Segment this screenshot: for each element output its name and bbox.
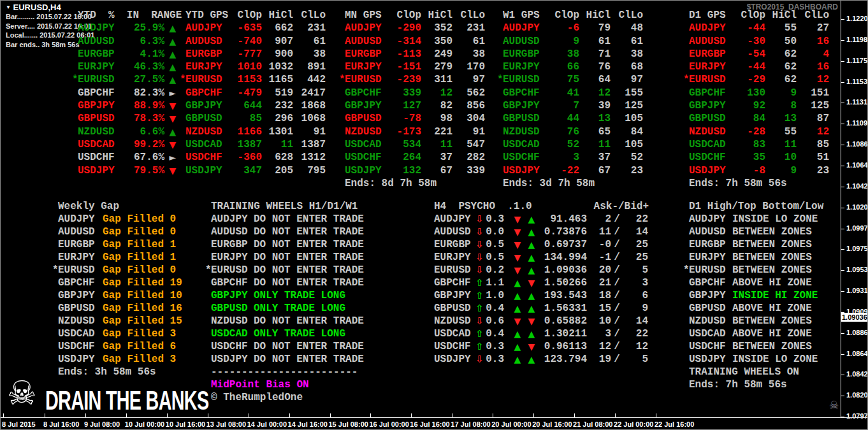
pair-name: GBPCHF: [345, 87, 385, 99]
row-GBPCHF: GBPCHF⇧1.1▲▼1.5026621/3: [434, 276, 649, 289]
chevron-down-icon[interactable]: ▼: [6, 4, 11, 10]
pair-name: AUDUSD: [434, 226, 474, 238]
row-AUDJPY: AUDJPY⇩0.3▼▲91.4632/22: [434, 213, 649, 226]
hicl-value: 352: [421, 22, 452, 34]
zone-status: BETWEEN ZONES: [729, 226, 834, 238]
time-axis-line: [1, 417, 867, 418]
pair-name: GBPUSD: [434, 302, 474, 315]
price-label: 1.09975: [846, 224, 868, 232]
gap-status: Gap Filled 0: [98, 213, 192, 226]
star-marker: [683, 238, 689, 251]
zone-status: BETWEEN ZONES: [729, 340, 834, 353]
row-GBPUSD: GBPUSD78.3%▼: [72, 112, 182, 125]
mn-gps-table: MN GPSClOpHiClClLoAUDJPY-290352231AUDUSD…: [339, 9, 485, 190]
cllo-value: 38: [452, 48, 485, 61]
time-tick: [330, 413, 331, 417]
pair-name: GBPUSD: [345, 112, 385, 125]
pair-name: NZDUSD: [689, 315, 729, 327]
zone-status: ABOVE HI ZONE: [729, 302, 834, 315]
pair-name: EURUSD: [58, 264, 98, 276]
ask-value: 19: [587, 353, 611, 366]
star-marker: [205, 213, 211, 226]
range-percent: 78.3%: [133, 112, 164, 125]
down-arrow-icon: ▼: [510, 213, 524, 226]
price-value: 91.463: [539, 213, 587, 226]
clop-value: 52: [543, 138, 579, 151]
pair-name: EURGBP: [503, 48, 543, 61]
up-arrow-icon: ▲: [524, 238, 539, 251]
price-axis-line: [841, 1, 841, 417]
row-GBPJPY: GBPJPY6442321868: [180, 99, 326, 112]
hicl-value: 50: [765, 35, 797, 48]
hicl-value: 232: [262, 99, 293, 112]
star-marker: [497, 61, 503, 73]
column-header: Weekly Gap: [52, 200, 192, 213]
cllo-value: 16: [797, 61, 829, 73]
row-USDCAD: USDCAD1387111387: [180, 138, 326, 151]
star-marker: [180, 22, 185, 34]
pair-name: EURGBP: [58, 238, 98, 251]
cllo-value: 85: [797, 138, 829, 151]
row-USDCHF: USDCHF26437282: [339, 151, 485, 164]
time-label: 13 Jul 08:00: [206, 420, 246, 428]
time-label: 16 Jul 00:00: [369, 420, 409, 428]
pair-name: EURJPY: [345, 61, 385, 73]
clop-value: 66: [543, 61, 579, 73]
price-tick: [841, 291, 844, 292]
price-tick: [841, 270, 844, 271]
row-GBPJPY: GBPJPY⇧1.0▲▲193.54318/6: [434, 289, 649, 302]
zone-status: INSIDE LO ZONE: [729, 213, 834, 226]
pair-name: GBPUSD: [211, 302, 251, 315]
clop-value: -30: [729, 35, 765, 48]
col-hicl: HiCl: [262, 9, 293, 22]
time-tick: [126, 413, 127, 417]
hicl-value: 62: [765, 61, 797, 73]
pair-name: USDJPY: [185, 164, 226, 177]
star-marker: [683, 48, 689, 61]
row-USDJPY: USDJPYGap Filled 3: [52, 353, 192, 366]
row-GBPUSD: GBPUSDABOVE HI ZONE: [683, 302, 834, 315]
row-GBPUSD: GBPUSD852961068: [180, 112, 326, 125]
hicl-value: 76: [579, 61, 611, 73]
row-AUDUSD: AUDUSD6.3%▲: [72, 35, 182, 48]
down-arrow-icon: ▼: [164, 164, 181, 177]
pair-name: USDCAD: [185, 138, 226, 151]
bid-value: 14: [623, 226, 648, 238]
clop-value: 3: [543, 151, 579, 164]
row-GBPCHF: GBPCHF33912562: [339, 87, 485, 99]
strength-value: 0.5: [485, 238, 504, 251]
cllo-value: 125: [611, 99, 643, 112]
price-label: 1.10645: [846, 161, 868, 169]
pair-name: USDJPY: [211, 353, 251, 366]
row-USDCAD: USDCAD99.2%▼: [72, 138, 182, 151]
star-marker: [339, 48, 345, 61]
star-marker: [497, 125, 503, 138]
slash-separator: /: [611, 251, 623, 264]
star-marker: *: [497, 73, 503, 86]
cllo-value: 48: [611, 22, 643, 34]
row-USDJPY: USDJPY⇩0.3▲▲123.79419/5: [434, 353, 649, 366]
hicl-value: 900: [262, 48, 293, 61]
trade-advice: ONLY TRADE LONG: [251, 327, 375, 340]
clop-value: 35: [729, 151, 765, 164]
clop-value: 264: [385, 151, 421, 164]
row-GBPJPY: GBPJPY88.9%▼: [72, 99, 182, 112]
time-tick: [249, 413, 249, 417]
strength-value: 1.0: [485, 289, 504, 302]
pair-name: EURGBP: [434, 238, 474, 251]
time-tick: [208, 413, 208, 417]
column-header: D1 GPSClOpHiClClLo: [683, 9, 829, 22]
range-percent: 6.3%: [133, 35, 164, 48]
gap-status: Gap Filled 6: [98, 340, 192, 353]
down-arrow-icon: ▼: [164, 99, 181, 112]
hicl-value: 1165: [262, 73, 293, 86]
row-GBPCHF: GBPCHF82.3%►: [72, 87, 182, 99]
cllo-value: 38: [293, 48, 326, 61]
strength-value: 0.3: [485, 353, 504, 366]
row-AUDUSD: AUDUSD⇩0.0▼▲0.7387611/14: [434, 226, 649, 238]
row-USDCHF: USDCHFBETWEEN ZONES: [683, 340, 834, 353]
time-tick: [493, 413, 493, 417]
star-marker: *: [52, 264, 58, 276]
d1-gps-table: D1 GPSClOpHiClClLoAUDJPY-445527AUDUSD-30…: [683, 9, 829, 190]
spacer: [504, 327, 510, 340]
